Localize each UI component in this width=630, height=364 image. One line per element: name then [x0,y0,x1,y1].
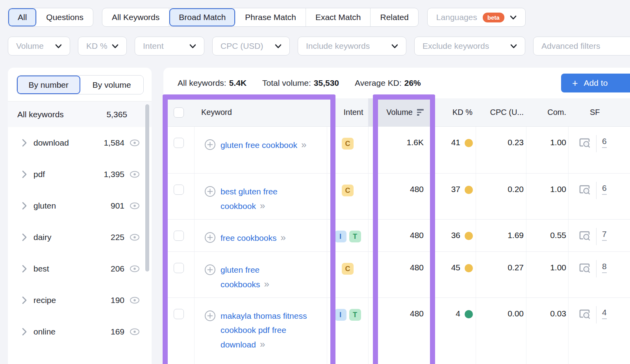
add-keyword-icon[interactable] [204,264,216,275]
row-checkbox[interactable] [174,138,184,148]
sort-by-number-button[interactable]: By number [17,76,80,94]
intent-badge: T [349,231,361,242]
chevron-down-icon [391,44,398,48]
serp-preview-icon[interactable] [578,183,591,196]
expand-keyword-icon[interactable]: » [264,279,269,289]
serp-preview-icon[interactable] [578,262,591,274]
group-label: online [33,327,111,336]
eye-icon[interactable] [130,202,140,209]
add-keyword-icon[interactable] [204,139,216,150]
cpc-value: 0.27 [508,263,524,272]
keyword-group-list: download 1,584 pdf 1,395 gluten 901 dair… [8,127,152,347]
beta-badge: beta [483,13,504,22]
languages-dropdown[interactable]: Languages beta [427,8,526,27]
group-item-dairy[interactable]: dairy 225 [8,222,152,253]
table-row: makayla thomas fitness cookbook pdf free… [163,298,630,364]
group-item-gluten[interactable]: gluten 901 [8,190,152,222]
filter-bar: Volume KD % Intent CPC (USD) Include key… [8,37,630,55]
column-header-intent[interactable]: Intent [327,98,368,126]
keyword-link[interactable]: gluten free cookbooks [220,265,260,289]
tab-related[interactable]: Related [371,8,418,26]
eye-icon[interactable] [130,139,140,146]
add-keyword-icon[interactable] [204,232,216,243]
group-item-download[interactable]: download 1,584 [8,127,152,159]
group-item-online[interactable]: online 169 [8,316,152,347]
keyword-link[interactable]: best gluten free cookbook [220,187,278,211]
column-header-volume[interactable]: Volume [368,98,430,126]
column-header-com[interactable]: Com. [526,98,568,126]
keyword-link[interactable]: free cookbooks [220,233,276,242]
group-count: 1,584 [104,138,124,148]
include-keywords-dropdown[interactable]: Include keywords [298,37,406,55]
column-header-kd[interactable]: KD % [430,98,476,126]
row-checkbox[interactable] [174,263,184,273]
serp-preview-icon[interactable] [578,229,591,242]
tab-exact-match[interactable]: Exact Match [306,8,371,26]
sf-count-link[interactable]: 4 [602,308,607,319]
add-keyword-icon[interactable] [204,186,216,197]
kd-value: 41 [451,138,460,147]
eye-icon[interactable] [130,265,140,272]
row-checkbox[interactable] [174,185,184,195]
tab-questions[interactable]: Questions [37,8,93,26]
expand-keyword-icon[interactable]: » [260,339,265,349]
row-checkbox[interactable] [174,309,184,319]
sort-by-volume-button[interactable]: By volume [80,76,144,94]
expand-keyword-icon[interactable]: » [260,200,265,211]
serp-preview-icon[interactable] [578,137,591,149]
add-to-button[interactable]: + Add to [561,74,630,92]
advanced-filters-button[interactable]: Advanced filters [533,37,630,55]
tab-all[interactable]: All [8,8,37,26]
add-keyword-icon[interactable] [204,310,216,322]
group-item-recipe[interactable]: recipe 190 [8,285,152,316]
column-header-sf[interactable]: SF [568,98,630,126]
question-filter-group: All Questions [8,8,93,27]
expand-keyword-icon[interactable]: » [301,139,307,150]
column-header-keyword[interactable]: Keyword [194,98,327,126]
kd-filter-label: KD % [86,41,107,51]
expand-keyword-icon[interactable]: » [280,232,286,243]
tab-broad-match[interactable]: Broad Match [169,8,235,26]
group-count: 169 [111,327,124,336]
group-label: gluten [33,201,111,211]
divider [596,260,597,277]
sf-count-link[interactable]: 8 [602,262,607,273]
volume-value: 480 [410,185,424,194]
tab-all-keywords[interactable]: All Keywords [102,8,169,26]
volume-filter-dropdown[interactable]: Volume [8,37,70,55]
chevron-right-icon [22,296,27,304]
divider [596,306,597,323]
sf-count-link[interactable]: 6 [602,183,607,195]
chevron-down-icon [55,44,62,48]
divider [596,182,597,199]
kd-filter-dropdown[interactable]: KD % [78,37,127,55]
group-count: 225 [111,233,124,242]
eye-icon[interactable] [130,171,140,178]
tab-phrase-match[interactable]: Phrase Match [235,8,306,26]
cpc-filter-label: CPC (USD) [220,41,263,51]
sf-count-link[interactable]: 7 [602,229,607,241]
serp-preview-icon[interactable] [578,308,591,320]
exclude-keywords-dropdown[interactable]: Exclude keywords [414,37,525,55]
summary-total-volume: Total volume:35,530 [262,78,339,88]
group-item-best[interactable]: best 206 [8,253,152,285]
row-checkbox[interactable] [174,231,184,241]
column-header-cpc[interactable]: CPC (U... [476,98,526,126]
all-keywords-group-row[interactable]: All keywords 5,365 [8,101,152,127]
chevron-right-icon [22,170,27,178]
cpc-filter-dropdown[interactable]: CPC (USD) [212,37,290,55]
kd-dot [465,310,473,318]
group-item-pdf[interactable]: pdf 1,395 [8,159,152,190]
sf-count-link[interactable]: 6 [602,137,607,148]
sidebar-scrollbar[interactable] [145,104,149,272]
group-count: 190 [111,296,124,305]
kd-dot [465,139,473,147]
eye-icon[interactable] [130,328,140,335]
eye-icon[interactable] [130,234,140,241]
keyword-link[interactable]: gluten free cookbook [220,140,297,150]
plus-icon: + [572,78,578,88]
select-all-checkbox[interactable] [174,107,184,118]
intent-filter-dropdown[interactable]: Intent [135,37,204,55]
volume-value: 1.6K [407,138,424,147]
eye-icon[interactable] [130,297,140,304]
